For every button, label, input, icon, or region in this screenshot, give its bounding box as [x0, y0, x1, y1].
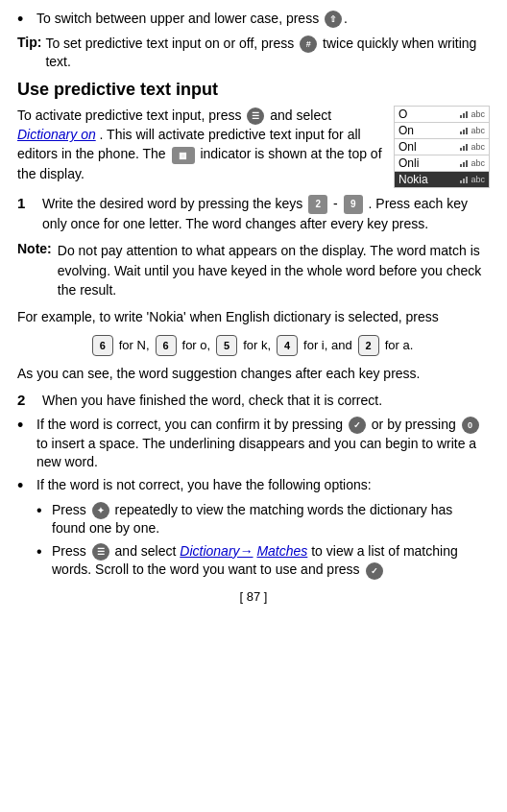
as-you-text: As you can see, the word suggestion chan… — [17, 364, 490, 383]
signal-icon-5 — [459, 175, 469, 184]
step2-content: When you have finished the word, check t… — [42, 391, 490, 410]
9-key-icon: 9 — [344, 195, 363, 214]
step1-dash: - — [333, 196, 342, 211]
2-key-icon: 2 — [308, 195, 327, 214]
bullet-word-correct: • If the word is correct, you can confir… — [17, 416, 490, 472]
svg-rect-6 — [460, 148, 462, 151]
intro-link1: Dictionary on — [17, 127, 96, 142]
menu-key-icon: ☰ — [247, 107, 264, 125]
example-text: For example, to write 'Nokia' when Engli… — [17, 307, 490, 326]
tip-text-content: To set predictive text input on or off, … — [45, 36, 294, 51]
key-text-k: for k, — [243, 338, 271, 352]
bullet-dot: • — [17, 10, 33, 31]
svg-rect-8 — [466, 144, 468, 151]
signal-icon-1 — [459, 109, 469, 119]
star-key-icon: ✦ — [92, 502, 109, 519]
ok-key-icon: ✓ — [349, 417, 366, 434]
svg-rect-10 — [463, 162, 465, 167]
intro-text: To activate predictive text input, press… — [17, 106, 394, 183]
intro-text1: To activate predictive text input, press — [17, 107, 241, 123]
dict-link: Dictionary→ — [180, 543, 253, 559]
page-footer: [ 87 ] — [17, 589, 490, 604]
key-5: 5 — [216, 335, 237, 356]
signal-icon-3 — [459, 142, 469, 152]
signal-icon-2 — [459, 126, 469, 135]
sub-bullet-2: • Press ☰ and select Dictionary→ Matches… — [36, 542, 490, 580]
key-text-i: for i, and — [303, 338, 352, 352]
key-4: 4 — [277, 335, 298, 356]
svg-rect-0 — [460, 115, 462, 118]
svg-rect-12 — [460, 180, 462, 183]
step1-content: Write the desired word by pressing the k… — [42, 194, 490, 234]
key-text-a: for a. — [385, 338, 414, 352]
word-row-o: O abc — [395, 107, 489, 123]
svg-rect-4 — [463, 130, 465, 134]
note-text: Do not pay attention to what appears on … — [58, 241, 490, 299]
0-key-icon: 0 — [462, 417, 479, 434]
sub-bullet-1: • Press ✦ repeatedly to view the matchin… — [36, 501, 490, 538]
sub-bullet-text-2: Press ☰ and select Dictionary→ Matches t… — [52, 542, 490, 580]
bullet-dot-correct: • — [17, 416, 33, 437]
svg-rect-11 — [466, 160, 468, 167]
bullet-text-correct: If the word is correct, you can confirm … — [36, 416, 490, 472]
hash-key-icon: # — [300, 36, 317, 53]
tip-text: To set predictive text input on or off, … — [45, 35, 490, 72]
matches-link: Matches — [256, 543, 307, 559]
intro-section: To activate predictive text input, press… — [17, 106, 490, 188]
bullet-word-incorrect: • If the word is not correct, you have t… — [17, 476, 490, 497]
word-row-nokia: Nokia abc — [395, 172, 489, 187]
step1-item: 1 Write the desired word by pressing the… — [17, 194, 490, 234]
note-label: Note: — [17, 241, 52, 256]
key-sequence-row: 6 for N, 6 for o, 5 for k, 4 for i, and … — [17, 335, 490, 356]
tip-block: Tip: To set predictive text input on or … — [17, 35, 490, 72]
word-row-on: On abc — [395, 123, 489, 139]
svg-rect-1 — [463, 113, 465, 118]
word-row-onli: Onli abc — [395, 155, 489, 172]
svg-rect-9 — [460, 164, 462, 167]
svg-rect-2 — [466, 111, 468, 118]
tip-label: Tip: — [17, 35, 41, 50]
ok-key-icon-2: ✓ — [366, 562, 383, 580]
section-heading: Use predictive text input — [17, 80, 490, 100]
bullet-switch-text: To switch between upper and lower case, … — [36, 11, 319, 26]
step2-item: 2 When you have finished the word, check… — [17, 391, 490, 410]
note-block: Note: Do not pay attention to what appea… — [17, 241, 490, 299]
bullet-switch-case: • To switch between upper and lower case… — [17, 10, 490, 31]
intro-body: To activate predictive text input, press… — [17, 107, 382, 181]
intro-text2: and select — [270, 107, 331, 123]
bullet-text: To switch between upper and lower case, … — [36, 10, 490, 29]
bullet-text-incorrect: If the word is not correct, you have the… — [36, 476, 490, 495]
shift-key-icon: ⇧ — [325, 11, 342, 28]
key-6-second: 6 — [156, 335, 177, 356]
svg-rect-5 — [466, 128, 468, 134]
footer-text: [ 87 ] — [240, 589, 268, 604]
svg-rect-14 — [466, 177, 468, 183]
step1-number: 1 — [17, 195, 35, 211]
svg-rect-7 — [463, 146, 465, 151]
key-text-o: for o, — [182, 338, 211, 352]
word-prediction-table: O abc On — [394, 106, 490, 188]
bullet-dot-incorrect: • — [17, 476, 33, 497]
svg-rect-13 — [463, 179, 465, 183]
key-6-first: 6 — [92, 335, 113, 356]
menu-key-icon-2: ☰ — [92, 543, 109, 561]
indicator-icon: ▦ — [172, 147, 195, 164]
sub-bullet-dot-1: • — [36, 501, 48, 519]
word-row-onl: Onl abc — [395, 139, 489, 155]
signal-icon-4 — [459, 158, 469, 168]
key-text-N: for N, — [119, 338, 150, 352]
sub-bullet-dot-2: • — [36, 542, 48, 561]
step2-number: 2 — [17, 392, 35, 408]
sub-bullet-text-1: Press ✦ repeatedly to view the matching … — [52, 501, 490, 538]
key-2: 2 — [358, 335, 379, 356]
word-table: O abc On — [394, 106, 490, 188]
svg-rect-3 — [460, 131, 462, 134]
step1-text: Write the desired word by pressing the k… — [42, 196, 302, 211]
